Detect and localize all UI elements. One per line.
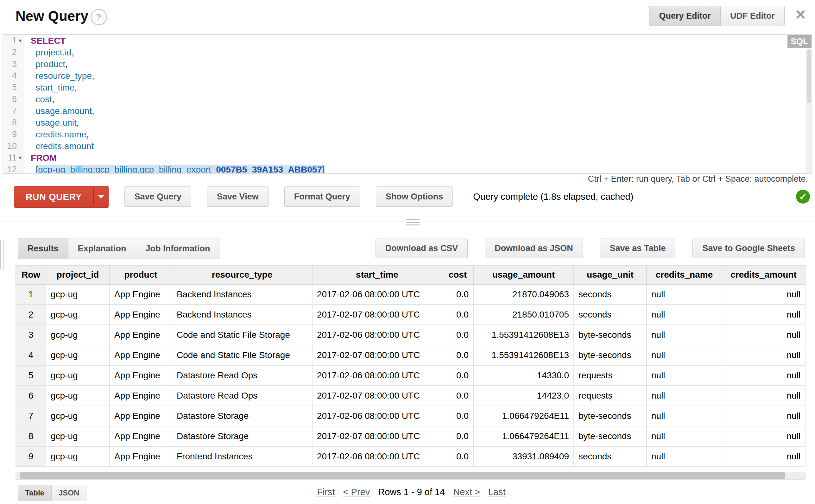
cell-resource_type: Backend Instances (172, 284, 312, 305)
divider-grip-handle[interactable] (406, 218, 420, 226)
horizontal-scrollbar-thumb[interactable] (20, 472, 785, 479)
line-number-gutter: 6▾ (3, 93, 24, 105)
code-text[interactable]: product, (24, 58, 68, 70)
run-query-split-button: RUN QUERY (14, 186, 109, 207)
code-text[interactable]: project.id, (24, 47, 74, 58)
cell-Row: 8 (16, 426, 46, 446)
column-header-credits_name: credits_name (647, 265, 722, 284)
code-text[interactable]: FROM (24, 152, 57, 164)
cell-Row: 1 (16, 284, 46, 305)
column-header-usage_unit: usage_unit (574, 265, 647, 284)
pagination-first-link[interactable]: First (317, 487, 335, 497)
tab-query-editor[interactable]: Query Editor (649, 6, 721, 26)
table-row: 3gcp-ugApp EngineCode and Static File St… (16, 325, 805, 345)
editor-line[interactable]: 1▾SELECT (3, 35, 812, 47)
editor-scrollbar-thumb[interactable] (807, 49, 811, 103)
cell-product: App Engine (110, 365, 172, 386)
cell-credits_amount: null (722, 365, 805, 386)
code-text[interactable]: credits.amount (24, 140, 94, 152)
code-text[interactable]: resource_type, (24, 70, 94, 82)
cell-project_id: gcp-ug (46, 325, 110, 345)
cell-product: App Engine (110, 345, 172, 365)
query-status: Query complete (1.8s elapsed, cached) (473, 192, 633, 202)
editor-line[interactable]: 5▾ start_time, (3, 82, 812, 93)
editor-line[interactable]: 10▾ credits.amount (3, 140, 812, 152)
line-number: 12 (7, 165, 17, 174)
page-title: New Query (16, 8, 88, 24)
cell-usage_amount: 14330.0 (473, 365, 574, 386)
code-text[interactable]: cost, (24, 93, 54, 105)
code-text[interactable]: SELECT (24, 35, 66, 47)
cell-cost: 0.0 (442, 305, 473, 325)
table-row: 7gcp-ugApp EngineDatastore Storage2017-0… (16, 406, 805, 426)
download-csv-button[interactable]: Download as CSV (376, 238, 468, 258)
code-text[interactable]: credits.name, (24, 129, 89, 140)
pagination-last-link[interactable]: Last (488, 487, 506, 497)
editor-line[interactable]: 2▾ project.id, (3, 47, 812, 58)
cell-usage_amount: 1.066479264E11 (473, 406, 574, 426)
table-row: 2gcp-ugApp EngineBackend Instances2017-0… (16, 305, 805, 325)
left-scrollbar[interactable] (0, 240, 4, 269)
pagination: First < Prev Rows 1 - 9 of 14 Next > Las… (317, 487, 506, 497)
editor-line[interactable]: 9▾ credits.name, (3, 129, 812, 140)
show-options-button[interactable]: Show Options (376, 186, 453, 207)
cell-project_id: gcp-ug (46, 426, 110, 446)
download-json-button[interactable]: Download as JSON (485, 238, 583, 258)
success-check-icon: ✓ (796, 190, 810, 204)
line-number: 7 (12, 106, 17, 116)
cell-project_id: gcp-ug (46, 446, 110, 467)
code-text[interactable]: usage.amount, (24, 105, 94, 117)
cell-credits_amount: null (722, 305, 805, 325)
fold-arrow-icon[interactable]: ▾ (17, 154, 24, 161)
tab-explanation[interactable]: Explanation (68, 238, 136, 259)
format-query-button[interactable]: Format Query (284, 186, 360, 207)
tab-table-view[interactable]: Table (18, 485, 52, 501)
save-as-table-button[interactable]: Save as Table (600, 238, 676, 258)
cell-project_id: gcp-ug (46, 345, 110, 365)
code-text[interactable]: [gcp-ug_billing:gcp_billing.gcp_billing_… (24, 164, 325, 174)
code-text[interactable]: usage.unit, (24, 117, 79, 129)
pagination-range-label: Rows 1 - 9 of 14 (378, 487, 445, 497)
tab-udf-editor[interactable]: UDF Editor (720, 6, 785, 26)
sql-editor[interactable]: 1▾SELECT2▾ project.id,3▾ product,4▾ reso… (3, 34, 812, 174)
cell-start_time: 2017-02-06 08:00:00 UTC (312, 446, 442, 467)
code-text[interactable]: start_time, (24, 82, 77, 93)
line-number-gutter: 4▾ (3, 70, 24, 82)
cell-usage_amount: 21870.049063 (473, 284, 574, 305)
help-icon[interactable]: ? (91, 9, 107, 25)
line-number-gutter: 3▾ (3, 58, 24, 70)
tab-json-view[interactable]: JSON (51, 485, 86, 501)
close-icon[interactable]: ✕ (795, 7, 806, 22)
tab-job-information[interactable]: Job Information (136, 238, 220, 259)
results-tabs: Results Explanation Job Information (18, 238, 220, 258)
save-to-sheets-button[interactable]: Save to Google Sheets (692, 238, 805, 258)
cell-cost: 0.0 (442, 406, 473, 426)
line-number: 3 (12, 59, 17, 69)
cell-usage_unit: seconds (574, 284, 647, 305)
line-number: 9 (12, 129, 17, 139)
pagination-next-link[interactable]: Next > (453, 487, 480, 497)
editor-line[interactable]: 8▾ usage.unit, (3, 117, 812, 129)
pagination-prev-link[interactable]: < Prev (343, 487, 370, 497)
table-row: 8gcp-ugApp EngineDatastore Storage2017-0… (16, 426, 805, 446)
editor-line[interactable]: 3▾ product, (3, 58, 812, 70)
cell-usage_unit: seconds (574, 305, 647, 325)
editor-line[interactable]: 6▾ cost, (3, 93, 812, 105)
cell-usage_unit: seconds (574, 446, 647, 467)
fold-arrow-icon[interactable]: ▾ (17, 37, 24, 44)
run-query-button[interactable]: RUN QUERY (14, 186, 93, 208)
save-query-button[interactable]: Save Query (124, 186, 191, 207)
run-query-dropdown[interactable] (93, 186, 109, 208)
editor-line[interactable]: 12▾ [gcp-ug_billing:gcp_billing.gcp_bill… (3, 164, 812, 174)
editor-line[interactable]: 11▾FROM (3, 152, 812, 164)
tab-results[interactable]: Results (18, 238, 68, 259)
cell-cost: 0.0 (442, 386, 473, 406)
cell-resource_type: Datastore Storage (172, 426, 312, 446)
line-number: 5 (12, 83, 17, 92)
cell-start_time: 2017-02-07 08:00:00 UTC (312, 386, 442, 406)
editor-line[interactable]: 4▾ resource_type, (3, 70, 812, 82)
editor-scrollbar[interactable] (806, 49, 812, 173)
save-view-button[interactable]: Save View (207, 186, 269, 207)
editor-line[interactable]: 7▾ usage.amount, (3, 105, 812, 117)
horizontal-scrollbar[interactable] (16, 472, 806, 480)
